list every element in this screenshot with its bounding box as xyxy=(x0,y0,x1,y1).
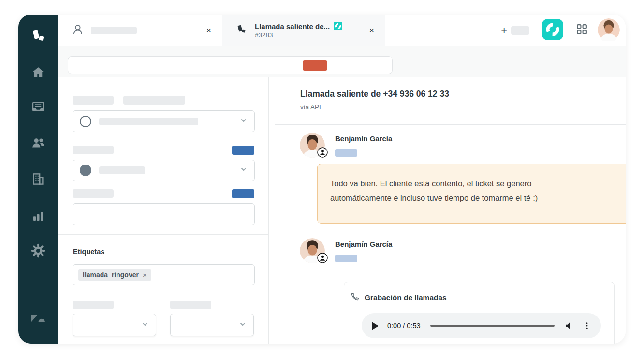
message-meta-skeleton xyxy=(335,149,357,157)
field-label-skeleton xyxy=(123,96,185,105)
requester-select[interactable] xyxy=(73,110,255,132)
sidebar xyxy=(18,15,58,344)
ticket-properties-panel: Etiquetas llamada_ringover × xyxy=(58,77,269,344)
toolbar-segmented-control xyxy=(68,56,393,74)
add-tab-button[interactable]: + xyxy=(501,25,507,36)
tag-chip[interactable]: llamada_ringover × xyxy=(78,269,151,281)
toolbar-segment-2[interactable] xyxy=(178,57,294,74)
chevron-down-icon xyxy=(141,320,149,330)
apps-grid-icon[interactable] xyxy=(576,23,588,37)
phone-icon xyxy=(350,292,360,303)
close-icon[interactable]: × xyxy=(369,26,374,35)
tab-ticket-title: Llamada saliente de... xyxy=(255,22,330,30)
tab-bar: × Llamada saliente de... xyxy=(58,15,626,46)
settings-gear-icon[interactable] xyxy=(31,243,45,258)
followers-input[interactable] xyxy=(73,203,255,225)
field-action-skeleton xyxy=(232,146,254,155)
screenshot-canvas: × Llamada saliente de... xyxy=(0,0,644,361)
message-meta-skeleton xyxy=(335,255,357,262)
app-window: × Llamada saliente de... xyxy=(18,15,626,344)
customers-icon[interactable] xyxy=(31,135,45,150)
priority-select[interactable] xyxy=(170,314,254,336)
conversation-title: Llamada saliente de +34 936 06 12 33 xyxy=(300,89,449,99)
field-label-skeleton xyxy=(73,146,114,154)
player-time: 0:00 / 0:53 xyxy=(387,322,421,330)
recording-title: Grabación de llamadas xyxy=(365,293,447,302)
note-text: Todo va bien. El cliente está contento, … xyxy=(330,176,587,205)
tab-ticket-text: Llamada saliente de... #3283 xyxy=(255,22,342,39)
tabbar-right: + xyxy=(385,15,626,46)
message-avatar xyxy=(300,133,325,158)
ringover-app-icon[interactable] xyxy=(542,19,563,42)
tab-ticket[interactable]: Llamada saliente de... #3283 × xyxy=(222,15,385,46)
views-icon[interactable] xyxy=(31,100,45,114)
tag-label: llamada_ringover xyxy=(83,271,139,279)
player-timeline[interactable] xyxy=(430,325,555,327)
zendesk-logo-icon xyxy=(30,312,46,325)
type-select[interactable] xyxy=(73,314,156,336)
volume-icon[interactable] xyxy=(564,320,575,331)
person-icon xyxy=(72,23,84,38)
chevron-down-icon xyxy=(240,165,248,175)
field-label-skeleton xyxy=(73,301,114,309)
ticket-toolbar xyxy=(58,46,626,77)
ringover-tab-icon xyxy=(236,24,247,37)
conversation-channel: vía API xyxy=(300,104,321,111)
kebab-menu-icon[interactable] xyxy=(583,321,591,330)
tags-field[interactable]: llamada_ringover × xyxy=(73,264,255,285)
field-action-skeleton xyxy=(232,189,254,198)
person-badge-icon xyxy=(317,253,328,265)
avatar-placeholder-icon xyxy=(80,165,91,176)
value-skeleton xyxy=(99,118,198,125)
sync-badge-icon xyxy=(334,22,342,30)
tag-remove-icon[interactable]: × xyxy=(143,271,147,279)
ticket-number: #3283 xyxy=(255,31,342,39)
field-label-skeleton xyxy=(73,96,114,105)
reports-icon[interactable] xyxy=(31,209,45,223)
avatar-placeholder-icon xyxy=(80,116,91,127)
conversation-panel: Llamada saliente de +34 936 06 12 33 vía… xyxy=(275,77,626,344)
panel-divider xyxy=(58,234,268,235)
tab-user-title-skeleton xyxy=(91,27,137,34)
tags-label: Etiquetas xyxy=(73,248,104,256)
field-label-skeleton xyxy=(73,189,114,198)
ringover-product-logo-icon xyxy=(30,28,46,44)
call-recording-card: Grabación de llamadas 0:00 / 0:53 xyxy=(344,282,615,344)
field-label-skeleton xyxy=(170,301,211,309)
toolbar-segment-3[interactable] xyxy=(294,57,392,74)
play-icon[interactable] xyxy=(371,322,379,330)
home-icon[interactable] xyxy=(31,65,45,80)
toolbar-segment-1[interactable] xyxy=(68,57,178,74)
status-badge-skeleton xyxy=(303,60,327,71)
person-badge-icon xyxy=(317,147,328,160)
message-author: Benjamín García xyxy=(335,135,392,143)
message-author: Benjamín García xyxy=(335,240,392,248)
organizations-icon[interactable] xyxy=(31,172,45,186)
assignee-select[interactable] xyxy=(73,160,255,181)
message-avatar xyxy=(300,238,325,263)
chevron-down-icon xyxy=(240,117,248,126)
value-skeleton xyxy=(99,166,145,174)
internal-note: Todo va bien. El cliente está contento, … xyxy=(317,164,626,224)
close-icon[interactable]: × xyxy=(206,26,211,35)
audio-player[interactable]: 0:00 / 0:53 xyxy=(362,313,601,338)
conversation-divider xyxy=(275,124,626,125)
user-avatar[interactable] xyxy=(598,18,620,43)
topbar-skeleton xyxy=(511,26,529,35)
recording-header: Grabación de llamadas xyxy=(350,292,447,303)
tab-user[interactable]: × xyxy=(58,15,222,46)
chevron-down-icon xyxy=(239,320,247,330)
